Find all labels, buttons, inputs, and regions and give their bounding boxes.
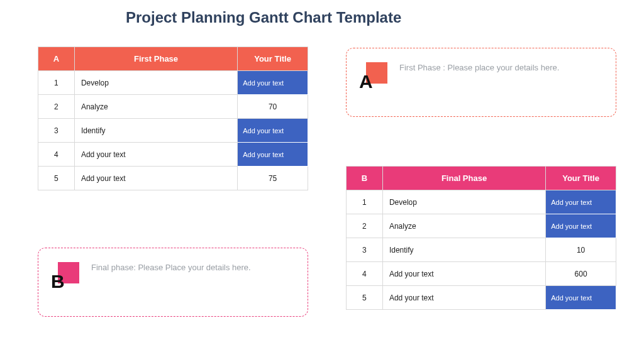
- table-row: 1DevelopAdd your text: [347, 190, 616, 214]
- note-a-letter: A: [359, 71, 373, 92]
- table-row: 5Add your textAdd your text: [347, 286, 616, 310]
- note-a-text: First Phase : Please place your details …: [399, 60, 559, 74]
- row-number: 1: [347, 190, 383, 214]
- table-a: A First Phase Your Title 1DevelopAdd you…: [38, 47, 308, 190]
- note-b-letter: B: [51, 271, 65, 292]
- row-number: 5: [38, 167, 75, 190]
- row-label[interactable]: Add your text: [74, 167, 237, 190]
- row-value-button[interactable]: Add your text: [238, 71, 308, 95]
- row-number: 2: [38, 95, 75, 119]
- table-row: 2Analyze70: [38, 95, 308, 119]
- row-label[interactable]: Develop: [74, 71, 237, 95]
- row-value-button[interactable]: Add your text: [546, 190, 616, 214]
- table-row: 4Add your text600: [347, 262, 616, 286]
- table-b-header-id: B: [347, 167, 383, 190]
- row-number: 1: [38, 71, 75, 95]
- table-a-header-title: Your Title: [238, 47, 308, 71]
- row-number: 4: [38, 143, 75, 167]
- table-b: B Final Phase Your Title 1DevelopAdd you…: [346, 166, 616, 310]
- row-value-button[interactable]: Add your text: [546, 214, 616, 238]
- table-a-header-id: A: [38, 47, 75, 71]
- note-a: A First Phase : Please place your detail…: [346, 48, 616, 117]
- row-number: 4: [347, 262, 383, 286]
- note-b-text: Final phase: Please Place your details h…: [91, 260, 251, 273]
- table-row: 5Add your text75: [38, 167, 308, 190]
- row-value-button[interactable]: Add your text: [546, 286, 616, 310]
- table-row: 3Identify10: [347, 238, 616, 262]
- table-row: 4Add your textAdd your text: [38, 143, 308, 167]
- row-label[interactable]: Identify: [74, 119, 237, 143]
- row-number: 3: [38, 119, 75, 143]
- table-row: 1DevelopAdd your text: [38, 71, 308, 95]
- row-label[interactable]: Add your text: [74, 143, 237, 167]
- row-label[interactable]: Identify: [382, 238, 545, 262]
- row-value-button[interactable]: Add your text: [238, 143, 308, 167]
- row-label[interactable]: Analyze: [382, 214, 545, 238]
- row-label[interactable]: Analyze: [74, 95, 237, 119]
- row-value: 75: [238, 167, 308, 190]
- table-row: 2AnalyzeAdd your text: [347, 214, 616, 238]
- row-value: 10: [546, 238, 616, 262]
- note-b: B Final phase: Please Place your details…: [38, 248, 308, 317]
- row-number: 5: [347, 286, 383, 310]
- row-label[interactable]: Add your text: [382, 286, 545, 310]
- table-b-header-title: Your Title: [546, 167, 616, 190]
- table-a-header-phase: First Phase: [74, 47, 237, 71]
- row-number: 3: [347, 238, 383, 262]
- row-label[interactable]: Add your text: [382, 262, 545, 286]
- table-row: 3IdentifyAdd your text: [38, 119, 308, 143]
- letter-a-icon: A: [359, 62, 388, 91]
- row-value: 70: [238, 95, 308, 119]
- row-value-button[interactable]: Add your text: [238, 119, 308, 143]
- page-title: Project Planning Gantt Chart Template: [126, 9, 401, 26]
- letter-b-icon: B: [51, 262, 80, 291]
- row-number: 2: [347, 214, 383, 238]
- row-value: 600: [546, 262, 616, 286]
- table-b-header-phase: Final Phase: [382, 167, 545, 190]
- row-label[interactable]: Develop: [382, 190, 545, 214]
